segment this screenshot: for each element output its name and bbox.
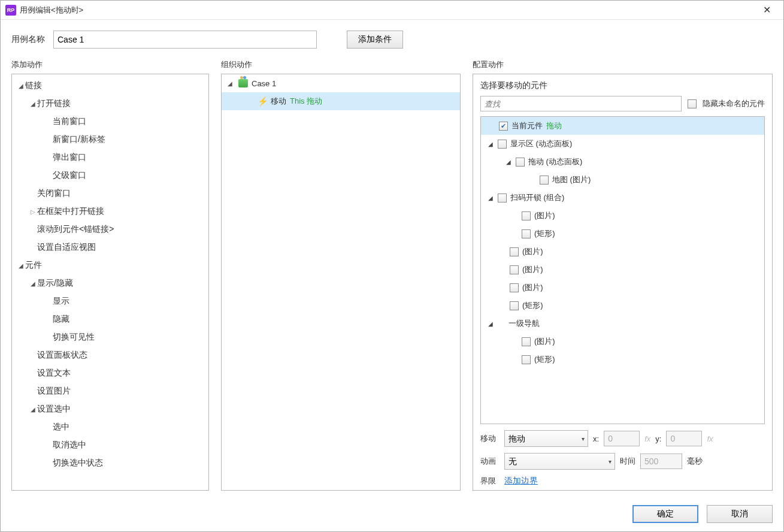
dialog-footer: 确定 取消 [1, 499, 783, 531]
check[interactable] [510, 265, 519, 274]
wrow-nav1-image[interactable]: ·(图片) [481, 332, 764, 350]
action-move-target: This 拖动 [290, 96, 322, 107]
check[interactable] [540, 176, 549, 185]
wrow-label: (图片) [522, 282, 543, 293]
organize-scroll[interactable]: ◢ Case 1 ⚡ 移动 This 拖动 [222, 74, 460, 478]
tree-toggle-visibility[interactable]: ·切换可见性 [12, 328, 208, 346]
wrow-label: 地图 (图片) [552, 174, 591, 185]
tree-toggle-selected[interactable]: ·切换选中状态 [12, 454, 208, 472]
tree-open-in-frame[interactable]: ▷在框架中打开链接 [12, 202, 208, 220]
wrow-image-3[interactable]: ·(图片) [481, 261, 764, 279]
y-fx-icon[interactable]: fx [707, 434, 713, 443]
time-label: 时间 [620, 456, 635, 467]
widget-tree[interactable]: 当前元件 拖动 ◢显示区 (动态面板) ◢拖动 (动态面板) ·地图 (图片) … [481, 117, 764, 424]
dialog-window: RP 用例编辑<拖动时> ✕ 用例名称 添加条件 添加动作 组织动作 配置动作 … [0, 0, 784, 532]
check[interactable] [510, 301, 519, 310]
x-fx-icon[interactable]: fx [644, 434, 650, 443]
check[interactable] [522, 337, 531, 346]
tree-selected-on[interactable]: ·选中 [12, 418, 208, 436]
widget-search-input[interactable] [480, 96, 682, 111]
case-row[interactable]: ◢ Case 1 [222, 74, 460, 92]
hide-unnamed-label: 隐藏未命名的元件 [703, 98, 765, 109]
case-name-label: 用例名称 [11, 34, 45, 45]
wrow-label: (矩形) [534, 354, 555, 365]
cancel-button[interactable]: 取消 [707, 505, 773, 523]
header-organize-action: 组织动作 [221, 59, 461, 70]
tree-current-window[interactable]: ·当前窗口 [12, 113, 208, 131]
wrow-image-2[interactable]: ·(图片) [481, 243, 764, 261]
wrow-nav1-rect[interactable]: ·(矩形) [481, 350, 764, 368]
tree-hide[interactable]: ·隐藏 [12, 310, 208, 328]
hide-unnamed-checkbox[interactable] [688, 99, 697, 108]
wrow-image-1[interactable]: ·(图片) [481, 207, 764, 225]
wrow-label: (图片) [534, 210, 555, 221]
wrow-label: (图片) [534, 336, 555, 347]
configure-panel: 选择要移动的元件 隐藏未命名的元件 当前元件 拖动 ◢显示区 (动态面板) [473, 74, 773, 491]
action-move-label: 移动 [271, 96, 286, 107]
bounds-config-row: 界限 添加边界 [480, 476, 765, 486]
organize-hscroll[interactable] [222, 478, 460, 490]
wrow-current[interactable]: 当前元件 拖动 [481, 117, 764, 135]
wrow-display-area[interactable]: ◢显示区 (动态面板) [481, 135, 764, 153]
columns-container: ◢链接 ◢打开链接 ·当前窗口 ·新窗口/新标签 ·弹出窗口 ·父级窗口 ·关闭… [1, 74, 783, 499]
check[interactable] [522, 355, 531, 364]
check[interactable] [510, 247, 519, 256]
wrow-label: 一级导航 [508, 318, 540, 329]
wrow-label: 扫码开锁 (组合) [510, 192, 564, 203]
check[interactable] [498, 194, 507, 202]
window-title: 用例编辑<拖动时> [20, 5, 755, 16]
wrow-rect-2[interactable]: ·(矩形) [481, 297, 764, 315]
move-type-select[interactable]: 拖动 [504, 430, 588, 447]
check[interactable] [522, 211, 531, 220]
tree-set-selected[interactable]: ◢设置选中 [12, 400, 208, 418]
time-unit: 毫秒 [687, 456, 703, 467]
tree-show-hide[interactable]: ◢显示/隐藏 [12, 274, 208, 292]
tree-new-window[interactable]: ·新窗口/新标签 [12, 131, 208, 149]
tree-show[interactable]: ·显示 [12, 292, 208, 310]
time-input[interactable] [640, 454, 682, 469]
ok-button[interactable]: 确定 [632, 505, 698, 523]
tree-selected-off[interactable]: ·取消选中 [12, 436, 208, 454]
tree-set-text[interactable]: ·设置文本 [12, 364, 208, 382]
tree-link[interactable]: ◢链接 [12, 77, 208, 95]
add-bounds-link[interactable]: 添加边界 [504, 476, 538, 486]
wrow-label: (矩形) [522, 300, 543, 311]
wrow-nav1[interactable]: ◢·一级导航 [481, 315, 764, 332]
wrow-drag[interactable]: ◢拖动 (动态面板) [481, 153, 764, 171]
y-label: y: [655, 434, 661, 443]
tree-close-window[interactable]: ·关闭窗口 [12, 185, 208, 202]
tree-open-link[interactable]: ◢打开链接 [12, 95, 208, 113]
check[interactable] [522, 229, 531, 238]
actions-scroll[interactable]: ◢链接 ◢打开链接 ·当前窗口 ·新窗口/新标签 ·弹出窗口 ·父级窗口 ·关闭… [12, 74, 208, 490]
wrow-rect-1[interactable]: ·(矩形) [481, 225, 764, 243]
wrow-label: (矩形) [534, 228, 555, 239]
tree-set-panel-state[interactable]: ·设置面板状态 [12, 346, 208, 364]
tree-widget[interactable]: ◢元件 [12, 256, 208, 274]
add-condition-button[interactable]: 添加条件 [347, 31, 403, 49]
tree-set-image[interactable]: ·设置图片 [12, 382, 208, 400]
header-configure-action: 配置动作 [473, 59, 773, 70]
titlebar: RP 用例编辑<拖动时> ✕ [1, 1, 783, 20]
x-input[interactable] [604, 431, 640, 446]
close-icon[interactable]: ✕ [755, 1, 779, 19]
anim-type-select[interactable]: 无 [504, 453, 615, 470]
bounds-label: 界限 [480, 476, 500, 486]
check[interactable] [498, 140, 507, 149]
move-label: 移动 [480, 433, 500, 444]
action-row-move[interactable]: ⚡ 移动 This 拖动 [222, 92, 460, 110]
check[interactable] [516, 158, 525, 167]
case-name-input[interactable] [53, 31, 317, 49]
y-input[interactable] [666, 431, 702, 446]
tree-set-adaptive-view[interactable]: ·设置自适应视图 [12, 238, 208, 256]
anim-config-row: 动画 无 时间 毫秒 [480, 453, 765, 470]
check[interactable] [510, 283, 519, 292]
wrow-image-4[interactable]: ·(图片) [481, 279, 764, 297]
wrow-current-prefix: 当前元件 [511, 120, 543, 131]
column-headers: 添加动作 组织动作 配置动作 [1, 55, 783, 74]
wrow-scan-unlock[interactable]: ◢扫码开锁 (组合) [481, 189, 764, 207]
wrow-current-check[interactable] [499, 122, 508, 131]
tree-popup-window[interactable]: ·弹出窗口 [12, 149, 208, 167]
tree-parent-window[interactable]: ·父级窗口 [12, 167, 208, 185]
wrow-map[interactable]: ·地图 (图片) [481, 171, 764, 189]
tree-scroll-to-widget[interactable]: ·滚动到元件<锚链接> [12, 220, 208, 238]
